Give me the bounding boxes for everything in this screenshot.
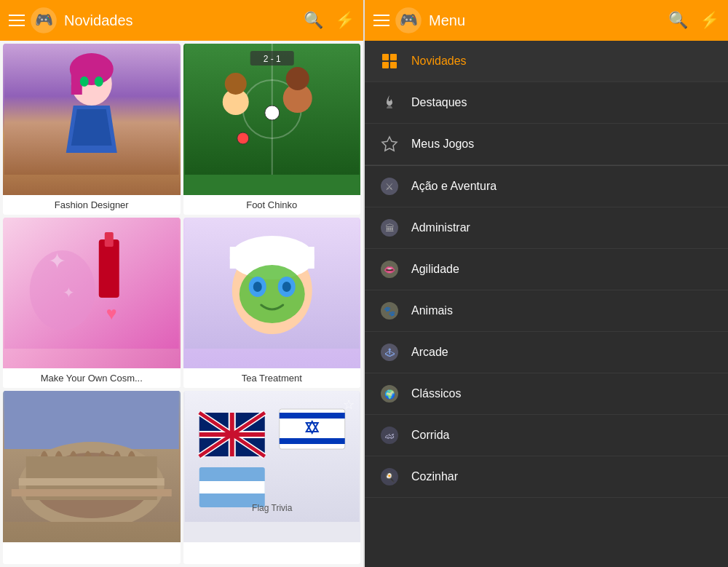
menu-item-agilidade[interactable]: 👄 Agilidade bbox=[365, 249, 728, 290]
game-card-fashion-designer[interactable]: Fashion Designer bbox=[3, 44, 181, 215]
svg-rect-40 bbox=[19, 478, 165, 485]
game-label-cosm: Make Your Own Cosm... bbox=[3, 368, 181, 388]
svg-text:🐾: 🐾 bbox=[384, 305, 396, 317]
menu-label-administrar: Administrar bbox=[411, 221, 470, 234]
menu-label-acao: Ação e Aventura bbox=[411, 180, 496, 193]
svg-text:⚔: ⚔ bbox=[385, 181, 394, 192]
svg-text:🍳: 🍳 bbox=[384, 471, 396, 483]
game-label-tea: Tea Treatment bbox=[183, 368, 361, 388]
right-header-title: Menu bbox=[429, 12, 668, 29]
menu-item-acao[interactable]: ⚔ Ação e Aventura bbox=[365, 166, 728, 207]
svg-text:👄: 👄 bbox=[384, 263, 396, 276]
game-card-colosseum[interactable] bbox=[3, 391, 181, 564]
menu-item-cozinhar[interactable]: 🍳 Cozinhar bbox=[365, 456, 728, 498]
menu-label-novidades: Novidades bbox=[411, 55, 467, 68]
svg-marker-66 bbox=[382, 137, 397, 151]
svg-rect-54 bbox=[279, 438, 344, 444]
game-label-foot-chinko: Foot Chinko bbox=[183, 195, 361, 215]
cozinhar-icon: 🍳 bbox=[379, 467, 400, 487]
game-thumb-football: 2 - 1 bbox=[183, 44, 361, 195]
svg-rect-58 bbox=[199, 481, 264, 493]
game-card-foot-chinko[interactable]: 2 - 1 Foot Chinko bbox=[183, 44, 361, 215]
svg-text:🎮: 🎮 bbox=[35, 11, 53, 28]
svg-rect-21 bbox=[105, 232, 114, 247]
svg-point-16 bbox=[237, 132, 248, 144]
game-thumb-tea bbox=[183, 218, 361, 369]
left-panel: 🎮 Novidades 🔍 ⚡ bbox=[0, 0, 363, 567]
acao-icon: ⚔ bbox=[379, 176, 400, 197]
administrar-icon: 🏛 bbox=[379, 218, 400, 238]
menu-label-corrida: Corrida bbox=[411, 429, 449, 442]
menu-label-arcade: Arcade bbox=[411, 346, 448, 359]
game-label-colosseum bbox=[3, 542, 181, 564]
svg-rect-65 bbox=[390, 62, 397, 68]
game-thumb-flags: ☆ bbox=[183, 391, 361, 542]
right-panel: 🎮 Menu 🔍 ⚡ Novidades bbox=[365, 0, 728, 567]
svg-text:🏎: 🏎 bbox=[385, 430, 395, 441]
right-flash-icon[interactable]: ⚡ bbox=[700, 11, 719, 30]
menu-header: 🎮 Menu 🔍 ⚡ bbox=[365, 0, 728, 41]
game-label-fashion: Fashion Designer bbox=[3, 195, 181, 215]
svg-rect-36 bbox=[4, 391, 179, 449]
left-header: 🎮 Novidades 🔍 ⚡ bbox=[0, 0, 363, 41]
menu-label-animais: Animais bbox=[411, 304, 453, 317]
svg-point-30 bbox=[239, 265, 304, 323]
menu-label-destaques: Destaques bbox=[411, 96, 467, 109]
game-card-cosm[interactable]: ✦ ✦ ♥ Make Your Own Cosm... bbox=[3, 218, 181, 389]
svg-point-6 bbox=[80, 76, 89, 87]
menu-item-meus-jogos[interactable]: Meus Jogos bbox=[365, 124, 728, 165]
star-outline-icon bbox=[379, 134, 400, 154]
menu-item-classicos[interactable]: 🌍 Clássicos bbox=[365, 373, 728, 415]
menu-item-destaques[interactable]: Destaques bbox=[365, 82, 728, 124]
svg-rect-62 bbox=[382, 54, 389, 60]
right-app-logo: 🎮 bbox=[395, 7, 422, 33]
game-card-flags[interactable]: ☆ bbox=[183, 391, 361, 564]
right-hamburger-icon[interactable] bbox=[373, 15, 389, 26]
game-label-flags bbox=[183, 542, 361, 564]
svg-point-15 bbox=[264, 106, 279, 120]
hamburger-icon[interactable] bbox=[9, 15, 25, 26]
left-header-title: Novidades bbox=[64, 12, 304, 29]
svg-point-25 bbox=[30, 250, 95, 330]
menu-content: Novidades Destaques Meus Jogos bbox=[365, 41, 728, 567]
grid-icon bbox=[379, 51, 400, 71]
menu-item-arcade[interactable]: 🕹 Arcade bbox=[365, 332, 728, 373]
menu-label-cozinhar: Cozinhar bbox=[411, 470, 458, 483]
flame-icon bbox=[379, 92, 400, 113]
game-card-tea-treatment[interactable]: Tea Treatment bbox=[183, 218, 361, 389]
menu-label-agilidade: Agilidade bbox=[411, 263, 459, 276]
game-thumb-fashion bbox=[3, 44, 181, 195]
svg-rect-20 bbox=[99, 239, 119, 298]
svg-point-33 bbox=[253, 282, 261, 292]
star-icon: ☆ bbox=[343, 397, 355, 413]
svg-text:2 - 1: 2 - 1 bbox=[263, 54, 280, 64]
game-thumb-colos bbox=[3, 391, 181, 542]
svg-point-12 bbox=[224, 73, 246, 95]
svg-rect-64 bbox=[382, 62, 389, 68]
corrida-icon: 🏎 bbox=[379, 425, 400, 445]
menu-item-animais[interactable]: 🐾 Animais bbox=[365, 290, 728, 332]
svg-text:🎮: 🎮 bbox=[400, 11, 418, 28]
svg-point-14 bbox=[285, 67, 309, 90]
left-search-icon[interactable]: 🔍 bbox=[304, 11, 323, 30]
menu-item-administrar[interactable]: 🏛 Administrar bbox=[365, 207, 728, 249]
svg-text:🕹: 🕹 bbox=[385, 347, 395, 358]
menu-label-meus-jogos: Meus Jogos bbox=[411, 138, 474, 151]
svg-text:🏛: 🏛 bbox=[385, 223, 395, 234]
left-header-icons: 🔍 ⚡ bbox=[304, 11, 355, 30]
svg-rect-53 bbox=[279, 413, 344, 419]
svg-rect-63 bbox=[390, 54, 397, 60]
right-search-icon[interactable]: 🔍 bbox=[668, 11, 688, 30]
menu-item-novidades[interactable]: Novidades bbox=[365, 41, 728, 82]
game-grid: Fashion Designer bbox=[0, 41, 363, 567]
svg-text:🌍: 🌍 bbox=[384, 389, 395, 400]
svg-text:♥: ♥ bbox=[106, 303, 117, 323]
classicos-icon: 🌍 bbox=[379, 384, 400, 404]
animais-icon: 🐾 bbox=[379, 301, 400, 321]
game-thumb-cosm: ✦ ✦ ♥ bbox=[3, 218, 181, 369]
left-flash-icon[interactable]: ⚡ bbox=[335, 11, 355, 30]
menu-item-corrida[interactable]: 🏎 Corrida bbox=[365, 415, 728, 456]
agilidade-icon: 👄 bbox=[379, 259, 400, 279]
arcade-icon: 🕹 bbox=[379, 342, 400, 362]
svg-text:Flag Trivia: Flag Trivia bbox=[252, 503, 293, 513]
